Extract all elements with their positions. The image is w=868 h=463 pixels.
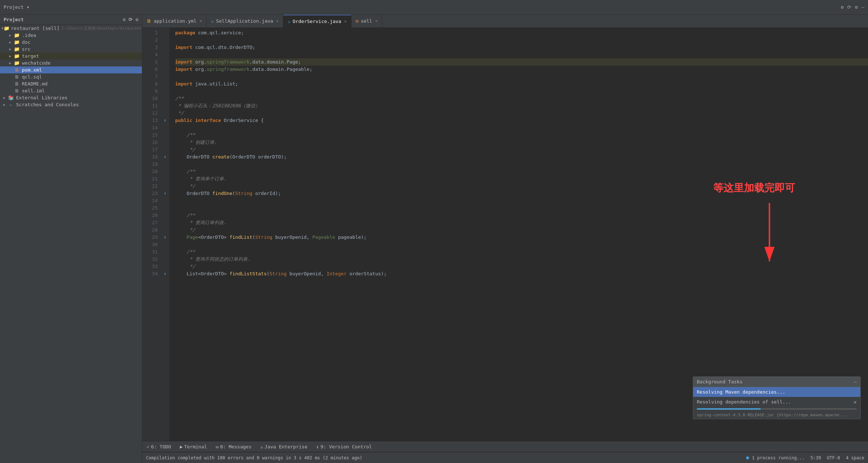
tab-label-sell: SellApplication.java bbox=[216, 18, 273, 24]
target-label: target bbox=[22, 53, 39, 59]
ln-1: 1 bbox=[142, 29, 158, 37]
bottom-tab-terminal[interactable]: ▶ Terminal bbox=[176, 441, 211, 452]
sidebar-item-iml[interactable]: 🗎 sell.iml bbox=[0, 87, 142, 94]
title-bar: Project ▾ ⚙ ⟳ ⚙ — bbox=[0, 0, 868, 15]
ln-10: 10 bbox=[142, 95, 158, 102]
tab-application-yml[interactable]: 🗎 application.yml ✕ bbox=[142, 15, 207, 27]
main-layout: Project ⚙ ⟳ ⚙ ▼ 📁 restaurant [sell] C:\U… bbox=[0, 15, 868, 463]
tab-label-yml: application.yml bbox=[154, 18, 196, 24]
bg-task-cancel-button[interactable]: ✕ bbox=[854, 399, 857, 405]
sidebar-item-external-libraries[interactable]: ▶ 📚 External Libraries bbox=[0, 94, 142, 101]
iml-file-icon: 🗎 bbox=[13, 88, 20, 93]
title-bar-left: Project ▾ bbox=[4, 4, 30, 10]
tab-close-maven[interactable]: ✕ bbox=[375, 19, 378, 23]
project-dropdown-icon[interactable]: ▾ bbox=[27, 4, 30, 10]
sql-file-icon: 🗎 bbox=[13, 74, 20, 80]
tab-sell-application[interactable]: ☕ SellApplication.java ✕ bbox=[207, 15, 283, 27]
tab-icon-maven: m bbox=[356, 18, 359, 24]
tab-sell-maven[interactable]: m sell ✕ bbox=[352, 15, 383, 27]
sidebar: Project ⚙ ⟳ ⚙ ▼ 📁 restaurant [sell] C:\U… bbox=[0, 15, 142, 463]
tab-icon-order: ☕ bbox=[288, 19, 291, 24]
ext-lib-label: External Libraries bbox=[16, 95, 68, 100]
todo-icon: ✓ bbox=[147, 444, 150, 449]
bg-tasks-close-button[interactable]: — bbox=[854, 379, 857, 384]
bottom-tab-todo[interactable]: ✓ 6: TODO bbox=[142, 441, 176, 452]
gutter-19 bbox=[161, 161, 169, 168]
idea-arrow: ▶ bbox=[7, 33, 13, 37]
gutter-11 bbox=[161, 102, 169, 110]
pom-file-icon: 🗎 bbox=[13, 67, 20, 73]
code-line-27: * 查询订单列表. bbox=[175, 219, 868, 226]
doc-arrow: ▶ bbox=[7, 40, 13, 44]
sidebar-item-scratches[interactable]: ▶ ✏ Scratches and Consoles bbox=[0, 101, 142, 108]
code-line-9 bbox=[175, 88, 868, 95]
tab-close-yml[interactable]: ✕ bbox=[199, 19, 202, 23]
tab-bar: 🗎 application.yml ✕ ☕ SellApplication.ja… bbox=[142, 15, 868, 28]
gutter-25 bbox=[161, 204, 169, 212]
wechatcode-label: wechatcode bbox=[22, 60, 50, 66]
code-line-20: /** bbox=[175, 168, 868, 175]
sidebar-icon-2[interactable]: ⟳ bbox=[128, 17, 132, 22]
sync-icon[interactable]: ⚙ bbox=[841, 4, 844, 10]
ln-11: 11 bbox=[142, 102, 158, 110]
status-right: 1 process running... 5:39 UTF-8 4 space bbox=[746, 455, 864, 460]
sidebar-item-doc[interactable]: ▶ 📁 doc bbox=[0, 39, 142, 46]
gutter-1 bbox=[161, 29, 169, 37]
ln-26: 26 bbox=[142, 212, 158, 219]
tab-order-service[interactable]: ☕ OrderService.java ✕ bbox=[283, 15, 352, 27]
gutter-10 bbox=[161, 95, 169, 102]
messages-icon: ✉ bbox=[216, 444, 219, 449]
code-line-8: import java.util.List; bbox=[175, 80, 868, 88]
tab-close-order[interactable]: ✕ bbox=[344, 19, 347, 24]
sidebar-item-idea[interactable]: ▶ 📁 .idea bbox=[0, 32, 142, 39]
tree-root[interactable]: ▼ 📁 restaurant [sell] C:\Users\王推姐\Deskt… bbox=[0, 25, 142, 32]
gutter-34: ⬇ bbox=[161, 270, 169, 278]
ln-3: 3 bbox=[142, 44, 158, 51]
code-line-26: /** bbox=[175, 212, 868, 219]
ln-9: 9 bbox=[142, 88, 158, 95]
sidebar-item-pom[interactable]: 🗎 pom.xml bbox=[0, 66, 142, 73]
ln-6: 6 bbox=[142, 66, 158, 73]
src-arrow: ▶ bbox=[7, 47, 13, 51]
iml-label: sell.iml bbox=[22, 88, 45, 93]
sidebar-icon-1[interactable]: ⚙ bbox=[123, 17, 126, 22]
bg-task-item-1[interactable]: Resolving Maven dependencies... bbox=[693, 387, 860, 397]
project-label[interactable]: Project bbox=[4, 4, 24, 10]
progress-dot bbox=[746, 456, 749, 459]
tab-icon-sell: ☕ bbox=[211, 18, 214, 24]
sidebar-item-sql[interactable]: 🗎 qcl.sql bbox=[0, 73, 142, 80]
sidebar-item-readme[interactable]: 🗎 README.md bbox=[0, 80, 142, 87]
refresh-icon[interactable]: ⟳ bbox=[847, 4, 851, 10]
bottom-tab-messages[interactable]: ✉ 0: Messages bbox=[211, 441, 256, 452]
bottom-tab-version-control[interactable]: ↕ 9: Version Control bbox=[312, 441, 376, 452]
sidebar-icon-3[interactable]: ⚙ bbox=[135, 17, 138, 22]
sidebar-item-wechatcode[interactable]: ▶ 📁 wechatcode bbox=[0, 60, 142, 66]
gutter-23: ⬇ bbox=[161, 190, 169, 197]
scratches-icon: ✏ bbox=[7, 102, 15, 107]
sidebar-item-target[interactable]: ▶ 📁 target bbox=[0, 53, 142, 60]
minimize-icon[interactable]: — bbox=[861, 4, 864, 10]
bg-task-progress-bar bbox=[697, 408, 857, 410]
settings-icon[interactable]: ⚙ bbox=[855, 4, 858, 10]
bg-task-item-2[interactable]: Resolving dependencies of sell... ✕ bbox=[693, 397, 860, 407]
bottom-tab-bar: ✓ 6: TODO ▶ Terminal ✉ 0: Messages ☕ Jav… bbox=[142, 441, 868, 452]
gutter-area: ⬇ ⬇ ⬇ ⬇ bbox=[161, 28, 169, 441]
sidebar-item-src[interactable]: ▶ 📁 src bbox=[0, 46, 142, 53]
messages-label: 0: Messages bbox=[220, 444, 251, 449]
tab-close-sell[interactable]: ✕ bbox=[276, 19, 279, 23]
gutter-14 bbox=[161, 124, 169, 131]
ln-24: 24 bbox=[142, 197, 158, 204]
ln-28: 28 bbox=[142, 226, 158, 234]
editor-area: 🗎 application.yml ✕ ☕ SellApplication.ja… bbox=[142, 15, 868, 463]
ln-21: 21 bbox=[142, 175, 158, 183]
ln-4: 4 bbox=[142, 51, 158, 58]
gutter-28 bbox=[161, 226, 169, 234]
terminal-icon: ▶ bbox=[180, 444, 183, 449]
gutter-8 bbox=[161, 80, 169, 88]
gutter-21 bbox=[161, 175, 169, 183]
target-arrow: ▶ bbox=[7, 54, 13, 58]
gutter-20 bbox=[161, 168, 169, 175]
pom-label: pom.xml bbox=[22, 67, 42, 73]
bottom-tab-java-enterprise[interactable]: ☕ Java Enterprise bbox=[256, 441, 312, 452]
ln-18: 18 bbox=[142, 153, 158, 161]
